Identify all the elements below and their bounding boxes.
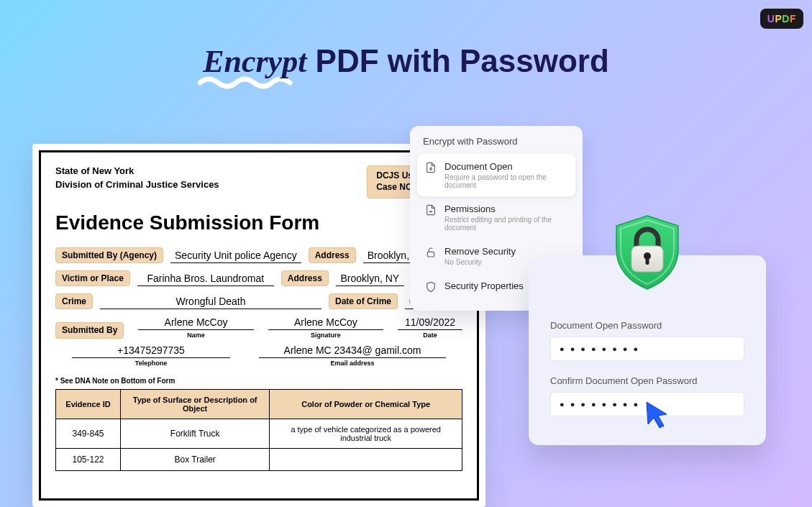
lock-document-icon <box>424 161 437 174</box>
label-name: Name <box>138 332 253 339</box>
label-victim: Victim or Place <box>55 270 130 286</box>
label-signature: Signature <box>268 332 383 339</box>
cell-desc: Forklift Truck <box>121 419 270 449</box>
brand-d: D <box>782 13 790 24</box>
table-row: 105-122 Box Trailer <box>56 449 462 471</box>
hero-emph: Encrypt <box>203 44 306 79</box>
label-address2: Address <box>281 270 329 286</box>
document-header: State of New York Division of Criminal J… <box>55 165 462 198</box>
cell-id: 105-122 <box>56 449 121 471</box>
encrypt-menu-title: Encrypt with Password <box>417 136 575 154</box>
menu-item-text: Document Open Require a password to open… <box>444 161 568 189</box>
brand-p: P <box>775 13 782 24</box>
label-crime-date: Date of Crime <box>329 293 398 309</box>
table-row: 349-845 Forklift Truck a type of vehicle… <box>56 419 462 449</box>
evidence-table: Evidence ID Type of Surface or Descripti… <box>55 389 462 471</box>
label-address1: Address <box>309 247 356 263</box>
value-crime: Wrongful Death <box>100 296 321 309</box>
value-signature: Arlene McCoy <box>268 316 383 330</box>
label-date: Date <box>398 332 462 339</box>
label-crime: Crime <box>55 293 93 309</box>
row-signature: Submitted By Arlene McCoy Name Arlene Mc… <box>55 316 462 339</box>
slot-name: Arlene McCoy Name <box>138 316 253 339</box>
table-header-color: Color of Powder or Chemical Type <box>270 390 462 419</box>
menu-item-sub: Restrict editing and printing of the doc… <box>444 216 568 232</box>
svg-rect-4 <box>646 256 649 265</box>
table-header-id: Evidence ID <box>56 390 121 419</box>
value-email: Arlene MC 23434@ gamil.com <box>259 344 446 358</box>
slot-telephone: +13475297735 Telephone <box>72 344 230 367</box>
svg-rect-1 <box>427 252 434 257</box>
label-confirm-password: Confirm Document Open Password <box>550 375 744 386</box>
svg-point-0 <box>430 168 432 170</box>
label-email: Email address <box>259 360 446 367</box>
label-password: Document Open Password <box>550 320 744 331</box>
row-contact: +13475297735 Telephone Arlene MC 23434@ … <box>55 344 462 367</box>
doc-state: State of New York <box>55 165 219 176</box>
label-telephone: Telephone <box>72 360 230 367</box>
cursor-icon <box>644 400 671 430</box>
row-victim: Victim or Place Farinha Bros. Laundromat… <box>55 270 462 286</box>
document-title: Evidence Submission Form <box>55 211 462 234</box>
note-dna: * See DNA Note on Bottom of Form <box>55 377 462 385</box>
menu-item-label: Permissions <box>444 204 568 214</box>
brand-f: F <box>790 13 796 24</box>
table-header-desc: Type of Surface or Description of Object <box>121 390 270 419</box>
cell-id: 349-845 <box>56 419 121 449</box>
value-telephone: +13475297735 <box>72 344 230 358</box>
slot-date: 11/09/2022 Date <box>398 316 462 339</box>
brand-badge: UPDF <box>760 9 803 29</box>
unlock-icon <box>424 246 437 259</box>
shield-lock-icon <box>608 213 687 292</box>
brand-u: U <box>767 13 775 24</box>
shield-icon <box>424 280 437 293</box>
password-input[interactable]: ●●●●●●●● <box>550 337 744 361</box>
value-name: Arlene McCoy <box>138 316 253 330</box>
doc-header-left: State of New York Division of Criminal J… <box>55 165 219 193</box>
menu-item-sub: Require a password to open the document <box>444 173 568 189</box>
label-submitted-by: Submitted By <box>55 322 124 339</box>
permissions-icon <box>424 204 437 216</box>
value-date: 11/09/2022 <box>398 316 462 330</box>
row-agency: Submitted By (Agency) Security Unit poli… <box>55 247 462 263</box>
hero-title: Encrypt PDF with Password <box>0 43 812 80</box>
menu-item-document-open[interactable]: Document Open Require a password to open… <box>417 154 575 196</box>
value-address2: Brooklyn, NY <box>336 273 404 286</box>
slot-signature: Arlene McCoy Signature <box>268 316 383 339</box>
cell-color: a type of vehicle categorized as a power… <box>270 419 462 449</box>
doc-division: Division of Criminal Justice Services <box>55 179 219 190</box>
cell-color <box>270 449 462 471</box>
slot-email: Arlene MC 23434@ gamil.com Email address <box>259 344 446 367</box>
menu-item-permissions[interactable]: Permissions Restrict editing and printin… <box>417 196 575 239</box>
value-agency: Security Unit police Agency <box>170 250 301 263</box>
menu-item-text: Permissions Restrict editing and printin… <box>444 204 568 232</box>
hero-rest: PDF with Password <box>306 43 609 78</box>
value-victim: Farinha Bros. Laundromat <box>137 273 274 286</box>
cell-desc: Box Trailer <box>121 449 270 471</box>
menu-item-label: Document Open <box>444 161 568 172</box>
label-agency: Submitted By (Agency) <box>55 247 163 263</box>
row-crime: Crime Wrongful Death Date of Crime 04/08… <box>55 293 462 309</box>
